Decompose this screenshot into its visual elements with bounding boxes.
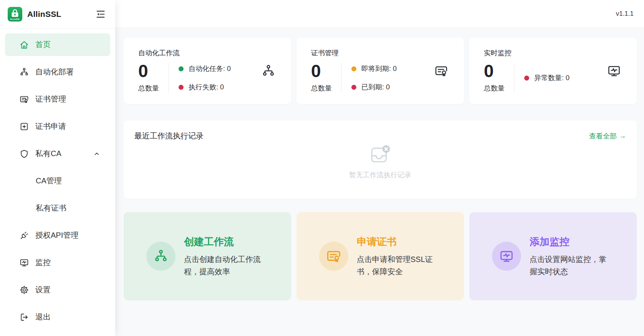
plus-square-icon bbox=[19, 122, 29, 132]
action-title: 申请证书 bbox=[357, 235, 438, 249]
sidebar-item-home[interactable]: 首页 bbox=[5, 33, 110, 56]
create-workflow-card[interactable]: 创建工作流 点击创建自动化工作流程，提高效率 bbox=[124, 212, 291, 300]
legend-text: 执行失败: 0 bbox=[189, 82, 224, 92]
legend-text: 已到期: 0 bbox=[361, 82, 390, 92]
legend-item: 执行失败: 0 bbox=[179, 82, 231, 92]
action-title: 添加监控 bbox=[530, 235, 611, 249]
recent-workflow-card: 最近工作流执行记录 查看全部 → 暂无工作流执行记录 bbox=[124, 120, 637, 199]
sidebar-collapse-button[interactable] bbox=[95, 9, 106, 20]
workflow-icon bbox=[153, 249, 169, 264]
sidebar-item-label: 监控 bbox=[35, 257, 51, 268]
status-dot-error bbox=[351, 85, 356, 90]
divider bbox=[341, 63, 341, 93]
sidebar-item-ca-management[interactable]: CA管理 bbox=[5, 170, 110, 192]
lock-icon: ALLinSSL bbox=[8, 7, 22, 21]
action-description: 点击设置网站监控，掌握实时状态 bbox=[530, 253, 611, 278]
monitor-pulse-icon bbox=[499, 249, 514, 264]
empty-state: 暂无工作流执行记录 bbox=[134, 144, 626, 180]
sidebar-item-label: CA管理 bbox=[36, 176, 62, 186]
stat-card-certificates: 证书管理 0 总数量 即将到期: 0 已到期: 0 bbox=[296, 38, 464, 104]
legend-text: 异常数量: 0 bbox=[534, 73, 570, 82]
sidebar-menu: 首页 自动化部署 证书管理 证书申请 bbox=[0, 29, 115, 336]
sidebar-item-label: 私有CA bbox=[35, 148, 61, 159]
logo-text: ALLinSSL bbox=[10, 18, 20, 20]
certificate-icon bbox=[434, 64, 449, 78]
sidebar-item-label: 授权API管理 bbox=[35, 230, 78, 240]
gear-icon bbox=[19, 285, 29, 295]
sidebar-item-label: 自动化部署 bbox=[35, 67, 74, 77]
stat-card-monitoring: 实时监控 0 总数量 异常数量: 0 bbox=[469, 38, 637, 104]
empty-text: 暂无工作流执行记录 bbox=[349, 170, 411, 180]
sidebar-item-label: 首页 bbox=[35, 40, 51, 50]
sidebar-item-monitoring[interactable]: 监控 bbox=[5, 251, 110, 274]
legend-item: 自动化任务: 0 bbox=[179, 64, 231, 73]
sidebar-item-label: 设置 bbox=[35, 285, 51, 295]
view-all-link[interactable]: 查看全部 → bbox=[589, 132, 626, 141]
empty-inbox-icon bbox=[370, 144, 391, 165]
stat-total-value: 0 bbox=[311, 62, 341, 80]
app-logo: ALLinSSL bbox=[8, 7, 22, 21]
sidebar-item-private-certs[interactable]: 私有证书 bbox=[5, 197, 110, 219]
status-dot-warning bbox=[351, 66, 356, 71]
status-dot-error bbox=[179, 85, 184, 90]
logout-icon bbox=[19, 312, 29, 322]
divider bbox=[168, 63, 169, 93]
sidebar-item-cert-apply[interactable]: 证书申请 bbox=[5, 115, 110, 138]
sidebar-item-settings[interactable]: 设置 bbox=[5, 278, 110, 301]
api-plug-icon bbox=[19, 231, 29, 240]
stat-title: 实时监控 bbox=[484, 48, 622, 58]
action-description: 点击申请和管理SSL证书，保障安全 bbox=[357, 253, 438, 278]
certificate-icon bbox=[326, 248, 342, 264]
certificate-icon bbox=[19, 94, 29, 104]
stats-row: 自动化工作流 0 总数量 自动化任务: 0 执行失败 bbox=[124, 38, 637, 104]
action-description: 点击创建自动化工作流程，提高效率 bbox=[184, 253, 265, 278]
stat-card-workflows: 自动化工作流 0 总数量 自动化任务: 0 执行失败 bbox=[124, 38, 291, 104]
version-label: v1.1.1 bbox=[616, 10, 634, 18]
divider bbox=[514, 63, 514, 93]
sidebar-item-api-management[interactable]: 授权API管理 bbox=[5, 224, 110, 247]
recent-title: 最近工作流执行记录 bbox=[134, 131, 204, 141]
stat-total-label: 总数量 bbox=[138, 84, 168, 93]
add-monitoring-card[interactable]: 添加监控 点击设置网站监控，掌握实时状态 bbox=[469, 212, 637, 300]
chevron-up-icon bbox=[93, 150, 101, 158]
sidebar-item-auto-deploy[interactable]: 自动化部署 bbox=[5, 61, 110, 83]
monitor-pulse-icon bbox=[607, 64, 621, 78]
top-header: v1.1.1 bbox=[115, 0, 644, 28]
legend-text: 自动化任务: 0 bbox=[189, 64, 231, 73]
stat-title: 证书管理 bbox=[311, 48, 449, 58]
status-dot-success bbox=[179, 66, 184, 71]
arrow-right-icon: → bbox=[619, 132, 626, 140]
legend-item: 即将到期: 0 bbox=[351, 64, 397, 73]
sidebar-header: ALLinSSL AllinSSL bbox=[0, 0, 115, 29]
sidebar: ALLinSSL AllinSSL 首页 自动化部署 bbox=[0, 0, 115, 336]
main-area: v1.1.1 自动化工作流 0 总数量 自动化任务: 0 bbox=[115, 0, 644, 336]
sidebar-item-private-ca[interactable]: 私有CA bbox=[5, 142, 110, 165]
action-title: 创建工作流 bbox=[184, 235, 265, 249]
actions-row: 创建工作流 点击创建自动化工作流程，提高效率 申请证书 点击申请和管理SSL证书… bbox=[124, 212, 637, 300]
content: 自动化工作流 0 总数量 自动化任务: 0 执行失败 bbox=[115, 28, 644, 300]
sidebar-item-logout[interactable]: 退出 bbox=[5, 306, 110, 328]
workflow-icon bbox=[19, 67, 29, 77]
stat-total-value: 0 bbox=[138, 62, 168, 80]
sidebar-item-label: 证书申请 bbox=[35, 121, 66, 132]
apply-certificate-card[interactable]: 申请证书 点击申请和管理SSL证书，保障安全 bbox=[296, 212, 464, 300]
sidebar-item-label: 证书管理 bbox=[35, 94, 66, 104]
monitor-pulse-icon bbox=[19, 258, 29, 268]
sidebar-item-label: 私有证书 bbox=[36, 203, 66, 213]
legend-item: 已到期: 0 bbox=[351, 82, 397, 92]
menu-fold-icon bbox=[95, 9, 106, 20]
stat-total-label: 总数量 bbox=[311, 84, 341, 93]
app-title: AllinSSL bbox=[27, 10, 95, 19]
stat-total-label: 总数量 bbox=[484, 84, 514, 93]
stat-total-value: 0 bbox=[484, 62, 514, 80]
legend-text: 即将到期: 0 bbox=[361, 64, 397, 73]
sidebar-item-cert-management[interactable]: 证书管理 bbox=[5, 88, 110, 110]
stat-title: 自动化工作流 bbox=[138, 48, 276, 58]
workflow-icon bbox=[261, 64, 276, 78]
legend-item: 异常数量: 0 bbox=[524, 73, 570, 82]
home-icon bbox=[19, 40, 29, 50]
sidebar-item-label: 退出 bbox=[35, 312, 51, 322]
status-dot-error bbox=[524, 76, 529, 81]
shield-icon bbox=[19, 149, 29, 159]
